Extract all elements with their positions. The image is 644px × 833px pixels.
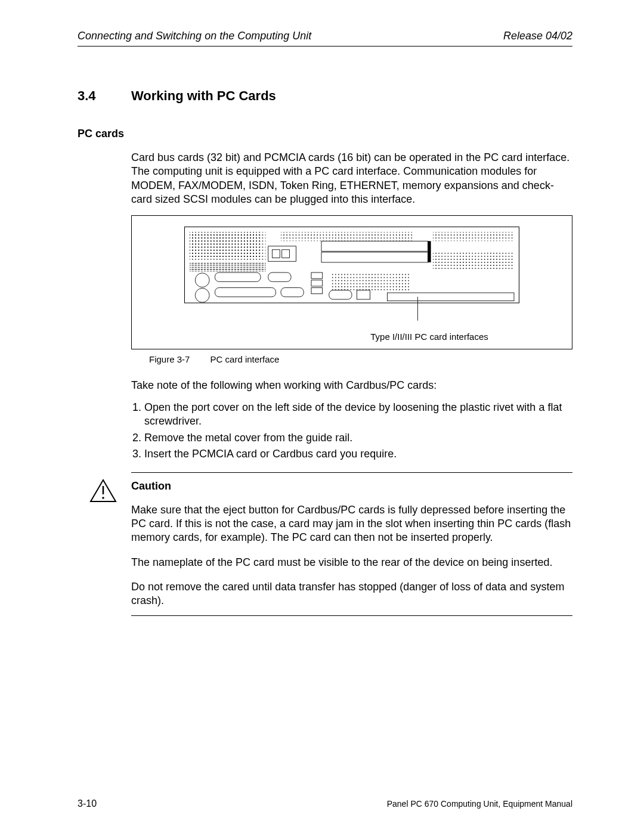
svg-rect-4 bbox=[190, 232, 266, 260]
svg-rect-16 bbox=[388, 293, 515, 301]
page-number: 3-10 bbox=[78, 798, 97, 809]
section-number: 3.4 bbox=[78, 88, 131, 104]
list-item: Insert the PCMCIA card or Cardbus card y… bbox=[144, 447, 572, 461]
svg-rect-8 bbox=[433, 252, 514, 270]
caution-block: Caution Make sure that the eject button … bbox=[131, 472, 572, 616]
section-title: Working with PC Cards bbox=[131, 88, 276, 104]
list-item: Remove the metal cover from the guide ra… bbox=[144, 431, 572, 445]
svg-rect-12 bbox=[282, 249, 290, 258]
rear-panel-diagram-icon bbox=[138, 222, 566, 323]
manual-title: Panel PC 670 Computing Unit, Equipment M… bbox=[387, 799, 572, 809]
header-right: Release 04/02 bbox=[503, 30, 572, 42]
svg-rect-21 bbox=[281, 287, 304, 296]
svg-rect-20 bbox=[215, 287, 276, 296]
subheading: PC cards bbox=[78, 128, 572, 140]
svg-rect-13 bbox=[321, 241, 428, 251]
svg-rect-9 bbox=[332, 272, 410, 290]
section-heading: 3.4 Working with PC Cards bbox=[78, 88, 572, 104]
figure-caption: Figure 3-7 PC card interface bbox=[149, 354, 572, 364]
caution-paragraph: Make sure that the eject button for Card… bbox=[131, 503, 572, 545]
figure-callout: Type I/II/III PC card interfaces bbox=[138, 332, 566, 342]
svg-rect-15 bbox=[428, 241, 431, 262]
svg-rect-7 bbox=[433, 232, 514, 241]
svg-rect-19 bbox=[215, 272, 261, 281]
figure-caption-text: PC card interface bbox=[210, 354, 280, 364]
svg-rect-14 bbox=[321, 252, 428, 262]
steps-list: Open the port cover on the left side of … bbox=[131, 401, 572, 462]
svg-rect-6 bbox=[281, 232, 413, 241]
caution-paragraph: Do not remove the cared until data trans… bbox=[131, 580, 572, 608]
svg-rect-26 bbox=[329, 290, 352, 299]
svg-rect-25 bbox=[311, 287, 323, 293]
page-header: Connecting and Switching on the Computin… bbox=[78, 30, 572, 47]
svg-point-17 bbox=[195, 272, 209, 287]
list-item: Open the port cover on the left side of … bbox=[144, 401, 572, 429]
caution-paragraph: The nameplate of the PC card must be vis… bbox=[131, 556, 572, 569]
caution-triangle-icon bbox=[89, 479, 117, 503]
intro-paragraph: Card bus cards (32 bit) and PCMCIA cards… bbox=[131, 151, 572, 207]
header-left: Connecting and Switching on the Computin… bbox=[78, 30, 311, 42]
caution-title: Caution bbox=[131, 480, 572, 493]
note-intro: Take note of the following when working … bbox=[131, 379, 572, 392]
figure-label: Figure 3-7 bbox=[149, 354, 190, 364]
svg-rect-11 bbox=[273, 249, 280, 258]
figure-pc-card-interface: Type I/II/III PC card interfaces bbox=[131, 215, 572, 349]
svg-point-31 bbox=[102, 497, 104, 499]
svg-point-18 bbox=[195, 288, 209, 302]
svg-rect-22 bbox=[268, 272, 291, 281]
svg-rect-23 bbox=[311, 272, 323, 278]
svg-rect-27 bbox=[357, 290, 370, 299]
svg-rect-24 bbox=[311, 280, 323, 286]
page-footer: 3-10 Panel PC 670 Computing Unit, Equipm… bbox=[78, 798, 572, 809]
svg-rect-5 bbox=[190, 262, 266, 271]
